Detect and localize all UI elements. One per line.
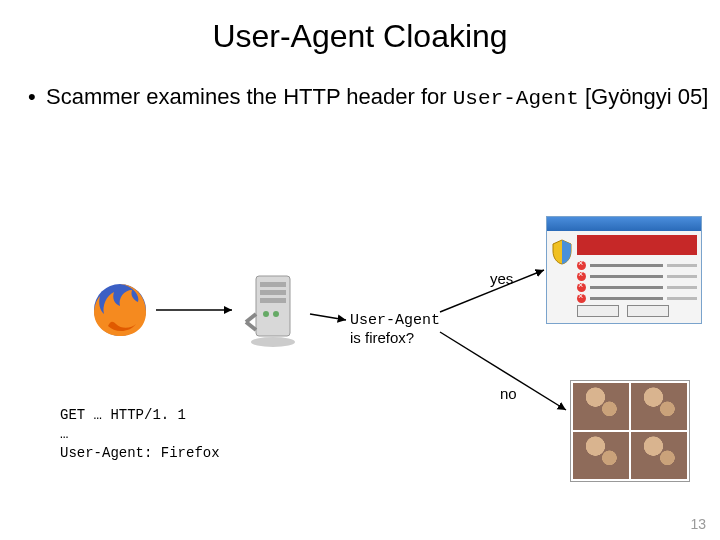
photo-cell bbox=[573, 383, 629, 430]
label-no: no bbox=[500, 385, 517, 402]
decision-line2: is firefox? bbox=[350, 329, 414, 346]
photo-cell bbox=[631, 383, 687, 430]
diagram-area: User-Agent is firefox? yes no GET … HTTP… bbox=[0, 210, 720, 510]
label-yes: yes bbox=[490, 270, 513, 287]
alert-red-banner bbox=[577, 235, 697, 255]
slide: User-Agent Cloaking •Scammer examines th… bbox=[0, 0, 720, 540]
fake-security-alert bbox=[546, 216, 702, 324]
decision-line1: User-Agent bbox=[350, 312, 440, 329]
photo-cell bbox=[631, 432, 687, 479]
alert-button bbox=[627, 305, 669, 317]
window-titlebar bbox=[547, 217, 701, 231]
bullet-point: •Scammer examines the HTTP header for Us… bbox=[28, 83, 720, 112]
shield-icon bbox=[551, 239, 573, 265]
alert-threat-list bbox=[577, 261, 697, 305]
http-request-snippet: GET … HTTP/1. 1 … User-Agent: Firefox bbox=[60, 406, 220, 463]
spam-content-thumbnail bbox=[570, 380, 690, 482]
slide-title: User-Agent Cloaking bbox=[0, 18, 720, 55]
alert-button bbox=[577, 305, 619, 317]
bullet-text-prefix: Scammer examines the HTTP header for bbox=[46, 84, 453, 109]
bullet-code: User-Agent bbox=[453, 87, 579, 110]
page-number: 13 bbox=[690, 516, 706, 532]
bullet-text-suffix: [Gyöngyi 05] bbox=[579, 84, 709, 109]
bullet-marker: • bbox=[28, 83, 46, 111]
decision-node: User-Agent is firefox? bbox=[350, 310, 440, 347]
svg-line-9 bbox=[310, 314, 346, 320]
photo-cell bbox=[573, 432, 629, 479]
